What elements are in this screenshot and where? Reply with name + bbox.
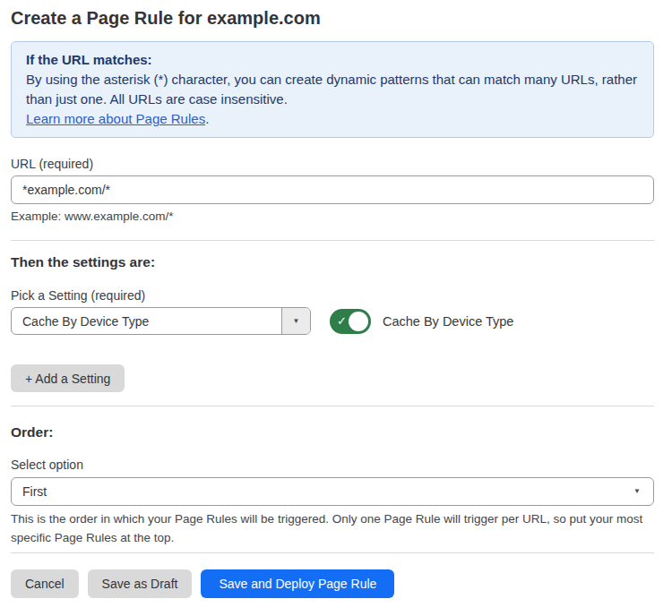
save-as-draft-button[interactable]: Save as Draft (88, 569, 193, 598)
order-select-value: First (22, 484, 633, 499)
page-rule-form: Create a Page Rule for example.com If th… (0, 7, 672, 598)
setting-dropdown-value: Cache By Device Type (12, 308, 281, 334)
chevron-down-icon: ▼ (293, 318, 300, 325)
save-and-deploy-button[interactable]: Save and Deploy Page Rule (201, 569, 394, 598)
url-input[interactable] (11, 175, 654, 204)
order-select[interactable]: First ▼ (11, 477, 654, 506)
divider (11, 552, 654, 553)
learn-more-link[interactable]: Learn more about Page Rules (26, 111, 205, 126)
settings-section-heading: Then the settings are: (11, 254, 654, 270)
info-box-body: By using the asterisk (*) character, you… (26, 70, 639, 109)
chevron-down-icon: ▼ (633, 488, 641, 495)
setting-dropdown-arrow-button[interactable]: ▼ (281, 308, 310, 334)
cancel-button[interactable]: Cancel (11, 569, 79, 598)
add-setting-button[interactable]: + Add a Setting (11, 364, 125, 392)
url-match-info-box: If the URL matches: By using the asteris… (11, 41, 654, 138)
url-example-helper: Example: www.example.com/* (11, 209, 654, 224)
select-option-label: Select option (11, 458, 654, 473)
cache-by-device-type-toggle[interactable]: ✓ (330, 309, 371, 334)
toggle-label: Cache By Device Type (383, 314, 513, 329)
link-period: . (205, 111, 209, 126)
footer-button-row: Cancel Save as Draft Save and Deploy Pag… (11, 569, 654, 598)
setting-dropdown[interactable]: Cache By Device Type ▼ (11, 307, 311, 335)
info-box-link-line: Learn more about Page Rules. (26, 109, 639, 129)
check-icon: ✓ (337, 314, 347, 328)
page-title: Create a Page Rule for example.com (11, 7, 654, 29)
url-label: URL (required) (11, 157, 654, 172)
pick-setting-label: Pick a Setting (required) (11, 288, 654, 304)
setting-row: Cache By Device Type ▼ ✓ Cache By Device… (11, 307, 654, 335)
divider (11, 240, 654, 241)
info-box-heading: If the URL matches: (26, 50, 639, 70)
divider (11, 406, 654, 406)
order-helper-text: This is the order in which your Page Rul… (11, 509, 654, 547)
order-section-heading: Order: (11, 424, 654, 441)
toggle-knob (349, 312, 368, 331)
